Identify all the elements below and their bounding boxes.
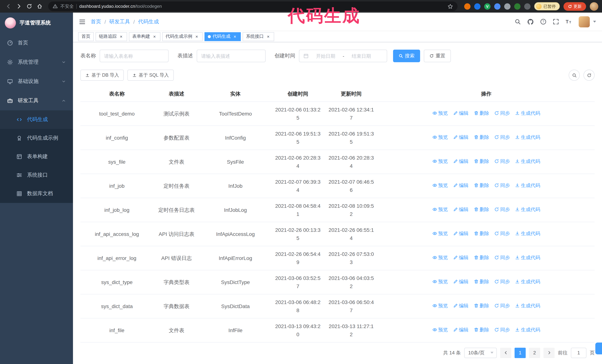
browser-refresh-button[interactable] bbox=[24, 1, 34, 11]
sync-action[interactable]: 同步 bbox=[494, 254, 510, 262]
sync-action[interactable]: 同步 bbox=[494, 157, 510, 166]
generate-code-action[interactable]: 生成代码 bbox=[515, 206, 540, 214]
delete-action[interactable]: 删除 bbox=[474, 326, 489, 334]
start-date-input[interactable] bbox=[311, 53, 340, 59]
sync-action[interactable]: 同步 bbox=[494, 181, 510, 190]
breadcrumb-item-devtools[interactable]: 研发工具 bbox=[109, 18, 130, 25]
end-date-input[interactable] bbox=[347, 53, 376, 59]
tab-home[interactable]: 首页 bbox=[78, 32, 94, 41]
extension-icon-2[interactable] bbox=[474, 3, 481, 10]
preview-action[interactable]: 预览 bbox=[432, 109, 448, 117]
table-desc-input[interactable] bbox=[201, 53, 261, 59]
search-button[interactable]: 搜索 bbox=[393, 50, 420, 62]
browser-home-button[interactable] bbox=[35, 1, 44, 11]
sidebar-item-form-builder[interactable]: 表单构建 bbox=[0, 147, 73, 166]
date-range-picker[interactable]: - bbox=[299, 50, 387, 62]
delete-action[interactable]: 删除 bbox=[474, 109, 489, 117]
edit-action[interactable]: 编辑 bbox=[453, 254, 468, 262]
close-icon[interactable]: × bbox=[118, 34, 124, 39]
edit-action[interactable]: 编辑 bbox=[453, 326, 468, 334]
sidebar-item-home[interactable]: 首页 bbox=[0, 33, 73, 52]
help-icon[interactable]: ? bbox=[540, 19, 547, 25]
table-name-input[interactable] bbox=[104, 53, 164, 59]
extension-icon-1[interactable] bbox=[464, 3, 471, 10]
tab-system-api[interactable]: 系统接口 × bbox=[243, 32, 274, 41]
delete-action[interactable]: 删除 bbox=[474, 229, 489, 238]
browser-update-button[interactable]: 更新 bbox=[563, 2, 586, 10]
reset-button[interactable]: 重置 bbox=[424, 50, 451, 62]
sync-action[interactable]: 同步 bbox=[494, 206, 510, 214]
sync-action[interactable]: 同步 bbox=[494, 326, 510, 334]
edit-action[interactable]: 编辑 bbox=[453, 206, 468, 214]
generate-code-action[interactable]: 生成代码 bbox=[515, 229, 540, 238]
preview-action[interactable]: 预览 bbox=[432, 206, 448, 214]
sidebar-item-system[interactable]: 系统管理 bbox=[0, 52, 73, 72]
browser-forward-button[interactable] bbox=[14, 1, 24, 11]
edit-action[interactable]: 编辑 bbox=[453, 157, 468, 166]
sync-action[interactable]: 同步 bbox=[494, 229, 510, 238]
prev-page-button[interactable] bbox=[500, 348, 511, 358]
sidebar-item-infra[interactable]: 基础设施 bbox=[0, 72, 73, 91]
edit-action[interactable]: 编辑 bbox=[453, 109, 468, 117]
import-db-button[interactable]: 基于 DB 导入 bbox=[80, 70, 124, 81]
sidebar-item-db-docs[interactable]: 数据库文档 bbox=[0, 184, 73, 203]
import-sql-button[interactable]: 基于 SQL 导入 bbox=[128, 70, 174, 81]
sync-action[interactable]: 同步 bbox=[494, 133, 510, 141]
paused-extension-badge[interactable]: 已暂停 bbox=[534, 2, 560, 10]
generate-code-action[interactable]: 生成代码 bbox=[515, 326, 540, 334]
extension-icon-3[interactable] bbox=[484, 3, 491, 10]
delete-action[interactable]: 删除 bbox=[474, 157, 489, 166]
sidebar-item-system-api[interactable]: 系统接口 bbox=[0, 166, 73, 184]
delete-action[interactable]: 删除 bbox=[474, 254, 489, 262]
delete-action[interactable]: 删除 bbox=[474, 278, 489, 286]
goto-page-input[interactable] bbox=[571, 348, 586, 358]
breadcrumb-item-codegen[interactable]: 代码生成 bbox=[138, 18, 159, 25]
delete-action[interactable]: 删除 bbox=[474, 133, 489, 141]
generate-code-action[interactable]: 生成代码 bbox=[515, 157, 540, 166]
edit-action[interactable]: 编辑 bbox=[453, 278, 468, 286]
edit-action[interactable]: 编辑 bbox=[453, 133, 468, 141]
preview-action[interactable]: 预览 bbox=[432, 278, 448, 286]
preview-action[interactable]: 预览 bbox=[432, 326, 448, 334]
preview-action[interactable]: 预览 bbox=[432, 133, 448, 141]
sync-action[interactable]: 同步 bbox=[494, 278, 510, 286]
bookmark-star-icon[interactable] bbox=[448, 3, 453, 9]
delete-action[interactable]: 删除 bbox=[474, 302, 489, 310]
edit-action[interactable]: 编辑 bbox=[453, 229, 468, 238]
sidebar-item-codegen[interactable]: 代码生成 bbox=[0, 110, 73, 129]
tab-trace[interactable]: 链路追踪 × bbox=[96, 32, 127, 41]
tab-codegen[interactable]: 代码生成 × bbox=[204, 32, 241, 41]
next-page-button[interactable] bbox=[543, 348, 555, 358]
sidebar-item-devtools[interactable]: 研发工具 bbox=[0, 91, 73, 110]
page-button-2[interactable]: 2 bbox=[529, 348, 540, 358]
toggle-search-button[interactable] bbox=[569, 70, 580, 81]
font-size-icon[interactable]: TT bbox=[565, 19, 572, 25]
tab-form-builder[interactable]: 表单构建 × bbox=[129, 32, 161, 41]
page-button-1[interactable]: 1 bbox=[515, 348, 526, 358]
preview-action[interactable]: 预览 bbox=[432, 157, 448, 166]
fullscreen-icon[interactable] bbox=[553, 19, 559, 25]
tab-codegen-example[interactable]: 代码生成示例 × bbox=[162, 32, 203, 41]
preview-action[interactable]: 预览 bbox=[432, 229, 448, 238]
sync-action[interactable]: 同步 bbox=[494, 109, 510, 117]
close-icon[interactable]: × bbox=[266, 34, 271, 39]
generate-code-action[interactable]: 生成代码 bbox=[515, 181, 540, 190]
extension-icon-4[interactable] bbox=[494, 3, 501, 10]
close-icon[interactable]: × bbox=[194, 34, 199, 39]
generate-code-action[interactable]: 生成代码 bbox=[515, 254, 540, 262]
floating-button[interactable] bbox=[595, 343, 602, 354]
extension-icon-7[interactable] bbox=[524, 3, 530, 10]
edit-action[interactable]: 编辑 bbox=[453, 181, 468, 190]
search-icon[interactable] bbox=[515, 19, 521, 25]
page-size-select[interactable]: 10条/页 bbox=[464, 348, 497, 358]
preview-action[interactable]: 预览 bbox=[432, 302, 448, 310]
breadcrumb-item-home[interactable]: 首页 bbox=[91, 18, 101, 25]
generate-code-action[interactable]: 生成代码 bbox=[515, 109, 540, 117]
address-bar[interactable]: 不安全 dashboard.yudao.iocoder.cn/tool/code… bbox=[48, 1, 458, 11]
generate-code-action[interactable]: 生成代码 bbox=[515, 278, 540, 286]
edit-action[interactable]: 编辑 bbox=[453, 302, 468, 310]
browser-back-button[interactable] bbox=[4, 1, 13, 11]
generate-code-action[interactable]: 生成代码 bbox=[515, 302, 540, 310]
user-avatar[interactable] bbox=[579, 16, 590, 27]
github-icon[interactable] bbox=[527, 18, 534, 25]
